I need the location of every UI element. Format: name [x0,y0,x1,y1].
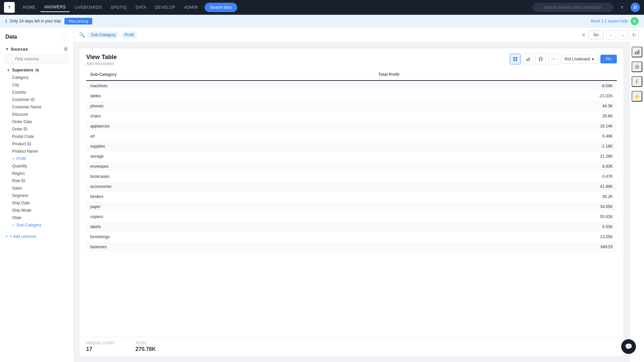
copy-icon [538,57,543,61]
total-label: TOTAL [136,341,156,345]
nav-item-spotiq[interactable]: SPOTIQ [107,3,131,12]
svg-rect-9 [635,52,636,54]
add-columns-button[interactable]: + + Add columns [0,231,73,242]
table-view-button[interactable] [510,54,521,64]
column-item-segment[interactable]: Segment [11,192,68,199]
cell-total-profit: -21.01K [374,91,617,101]
trial-bar: ℹ Only 24 days left in your trial. View … [0,15,644,28]
nav-item-data[interactable]: DATA [131,3,150,12]
column-item-category[interactable]: Category [11,74,68,81]
column-item-product-name[interactable]: Product Name [11,148,68,155]
find-cols-wrapper: 🔍 [5,54,68,64]
nav-help-button[interactable]: ? [617,3,627,12]
pin-button[interactable]: Pin [600,55,617,63]
sources-label: ▼ Sources [5,47,28,52]
column-item-city[interactable]: City [11,81,68,89]
column-item-postal-code[interactable]: Postal Code [11,133,68,140]
column-item-customer-id[interactable]: Customer ID [11,96,68,103]
cell-sub-category: art [86,131,374,141]
table-row: machines -8.59K [86,81,617,91]
search-refresh-button[interactable]: ↻ [629,30,639,40]
trial-info-icon: ℹ [5,18,7,24]
column-item-row-id[interactable]: Row ID [11,177,68,185]
cell-total-profit: 6.49K [374,131,617,141]
svg-rect-4 [526,59,527,61]
search-pill-sub-category[interactable]: Sub-Category [88,32,119,38]
table-row: paper 34.05K [86,202,617,212]
svg-rect-2 [513,59,515,61]
column-item-ship-mode[interactable]: Ship Mode [11,207,68,214]
search-pills: Sub-CategoryProfit [88,32,579,38]
right-info-icon: i [636,79,637,85]
sidebar-collapse-button[interactable]: ‹ [60,33,68,41]
column-item-product-id[interactable]: Product ID [11,140,68,148]
chat-icon: 💬 [625,343,632,350]
right-info-button[interactable]: i [632,76,642,87]
datasource-chevron-icon: ▼ [7,68,10,72]
unique-count-value: 17 [86,346,115,352]
cell-sub-category: appliances [86,121,374,131]
datasource-item[interactable]: ▼ Superstore_ts [5,66,68,74]
right-settings-button[interactable]: ⚙ [632,61,642,72]
chat-bubble-button[interactable]: 💬 [621,339,636,354]
column-item-order-date[interactable]: Order Date [11,118,68,125]
table-row: binders 30.2K [86,192,617,202]
nav-item-liveboards[interactable]: LIVEBOARDS [70,3,106,12]
chart-view-button[interactable] [523,54,533,64]
svg-rect-6 [529,57,530,61]
col-header-total-profit: Total Profit [374,69,617,81]
svg-rect-10 [637,51,638,54]
column-item-region[interactable]: Region [11,170,68,177]
search-data-button[interactable]: Search data [205,3,237,12]
cell-sub-category: chairs [86,111,374,121]
find-columns-input[interactable] [5,54,68,64]
cell-sub-category: envelopes [86,161,374,171]
nav-item-home[interactable]: HOME [19,3,40,12]
column-item-customer-name[interactable]: Customer Name [11,103,68,111]
go-button[interactable]: Go [588,31,604,39]
column-item-ship-date[interactable]: Ship Date [11,199,68,207]
sidebar-header: Data ‹ [0,28,73,44]
nav-item-answers[interactable]: ANSWERS [40,3,70,12]
more-options-button[interactable]: ··· [548,54,559,64]
column-item-sub-category[interactable]: ✓Sub-Category [11,221,68,229]
nav-item-develop[interactable]: DEVELOP [151,3,179,12]
copy-button[interactable] [535,54,546,64]
column-item-profit[interactable]: ✓Profit [11,155,68,162]
right-lightning-button[interactable]: ⚡ [632,91,642,102]
expert-help-label[interactable]: Book 1:1 expert help [591,19,628,23]
add-cols-plus-icon: + [5,234,8,239]
svg-rect-1 [516,57,517,59]
column-item-country[interactable]: Country [11,89,68,96]
table-row: envelopes 6.93K [86,161,617,171]
trial-right: Book 1:1 expert help E [591,17,639,25]
search-forward-button[interactable]: → [618,30,627,40]
nav-item-admin[interactable]: ADMIN [180,3,202,12]
right-settings-icon: ⚙ [635,64,639,70]
add-description-link[interactable]: Add description [86,61,117,66]
column-item-order-id[interactable]: Order ID [11,125,68,133]
nav-logo: T [4,2,15,13]
search-bar-row: 🔍 Sub-CategoryProfit ✕ Go ← → ↻ [74,28,644,43]
view-pricing-button[interactable]: View pricing [64,18,92,24]
column-item-state[interactable]: State [11,214,68,221]
column-item-sales[interactable]: Sales [11,185,68,192]
svg-rect-3 [516,59,517,61]
search-back-button[interactable]: ← [606,30,616,40]
search-pill-profit[interactable]: Profit [121,32,137,38]
column-item-quantity[interactable]: Quantity [11,162,68,170]
datasource-label: Superstore_ts [12,68,39,72]
sources-header[interactable]: ▼ Sources ⚙ [5,46,68,52]
cell-total-profit: 13.05K [374,232,617,242]
unique-count-stat: UNIQUE COUNT 17 [86,341,115,352]
cell-total-profit: 18.14K [374,121,617,131]
column-item-discount[interactable]: Discount [11,111,68,118]
nav-search-input[interactable] [533,3,613,12]
right-chart-button[interactable] [632,47,642,57]
search-clear-button[interactable]: ✕ [581,32,586,38]
sources-settings-icon[interactable]: ⚙ [64,46,68,52]
liveboard-dropdown[interactable]: first Liveboard ▼ [561,55,598,63]
cell-total-profit: 34.05K [374,202,617,212]
cell-total-profit: 949.53 [374,242,617,252]
svg-rect-7 [540,57,542,60]
